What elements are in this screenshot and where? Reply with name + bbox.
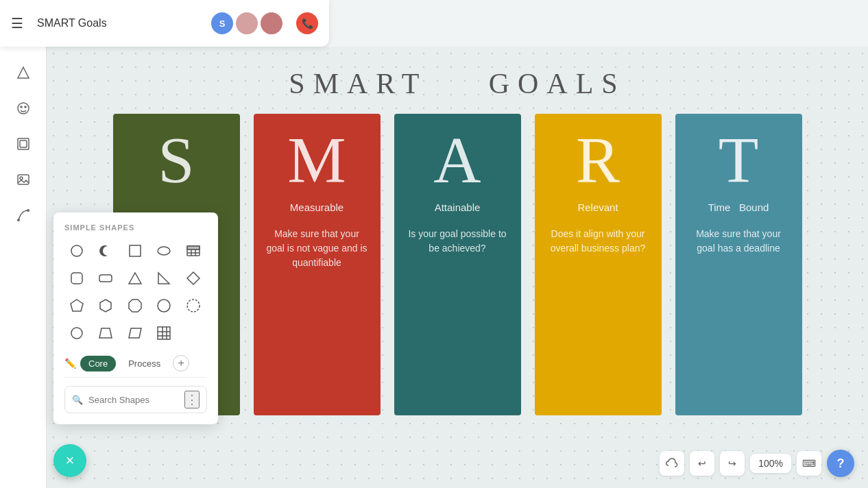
svg-rect-24 (71, 273, 82, 284)
avatar-1: S (211, 12, 233, 34)
panel-tabs: ✏️ Core Process + (64, 355, 207, 378)
svg-point-13 (27, 209, 29, 212)
cloud-save-button[interactable] (660, 451, 684, 476)
svg-point-2 (267, 16, 276, 25)
shape-circle2[interactable] (64, 321, 89, 345)
svg-point-16 (158, 247, 170, 255)
menu-icon: ☰ (11, 16, 23, 31)
smart-goals-title: SMART GOALS (289, 67, 625, 100)
card-r-letter: R (576, 127, 620, 193)
shape-right-triangle[interactable] (152, 266, 176, 291)
shape-circle[interactable] (64, 239, 89, 263)
add-tab-button[interactable]: + (173, 355, 189, 371)
card-a-subtitle: Attainable (435, 202, 481, 213)
svg-marker-35 (99, 328, 112, 338)
svg-marker-29 (71, 300, 83, 311)
svg-point-3 (263, 26, 280, 34)
menu-button[interactable]: ☰ (11, 15, 23, 32)
card-t-body: Make sure that your goal has a deadline (675, 227, 802, 256)
undo-button[interactable]: ↩ (690, 451, 714, 476)
tab-pen-icon[interactable]: ✏️ (64, 358, 76, 369)
svg-point-1 (239, 26, 255, 34)
svg-marker-30 (100, 300, 111, 312)
bottom-controls: ↩ ↪ 100% ⌨ ? (660, 450, 854, 477)
svg-point-34 (71, 328, 82, 339)
shapes-section-title: SIMPLE SHAPES (64, 223, 207, 232)
svg-point-7 (25, 106, 26, 108)
fab-button[interactable]: × (53, 444, 86, 477)
shape-diamond[interactable] (181, 266, 206, 291)
zoom-display: 100% (750, 454, 791, 473)
svg-marker-26 (129, 273, 141, 284)
sidebar-sticker-button[interactable] (8, 93, 38, 123)
shape-square[interactable] (123, 239, 147, 263)
shapes-grid (64, 239, 207, 345)
svg-rect-15 (130, 245, 141, 256)
svg-point-6 (21, 106, 22, 108)
card-s-letter: S (158, 127, 194, 193)
card-r: R Relevant Does it align with your overa… (535, 114, 662, 415)
svg-marker-27 (158, 273, 169, 284)
redo-button[interactable]: ↪ (720, 451, 745, 476)
sidebar-path-button[interactable] (8, 200, 38, 230)
sidebar-shapes-button[interactable] (8, 58, 38, 88)
shape-circle-outline[interactable] (181, 293, 206, 318)
shape-ellipse[interactable] (152, 239, 176, 263)
svg-marker-4 (18, 67, 29, 78)
svg-point-14 (71, 245, 82, 256)
svg-rect-37 (158, 327, 170, 339)
card-m: M Measurable Make sure that your goal is… (254, 114, 381, 415)
help-button[interactable]: ? (827, 450, 854, 477)
svg-point-12 (17, 219, 20, 221)
card-a-letter: A (433, 127, 481, 193)
sidebar-image-button[interactable] (8, 164, 38, 195)
document-title: SMART Goals (37, 17, 197, 29)
card-r-body: Does it align with your overall business… (535, 227, 662, 256)
tab-core[interactable]: Core (80, 356, 116, 371)
svg-rect-10 (18, 175, 29, 184)
svg-point-11 (20, 177, 23, 180)
sidebar (0, 47, 47, 488)
shape-trapezoid[interactable] (93, 321, 118, 345)
card-m-letter: M (287, 127, 346, 193)
search-icon: 🔍 (72, 395, 83, 405)
card-t-letter: T (719, 127, 759, 193)
shape-rounded-square[interactable] (64, 266, 89, 291)
keyboard-button[interactable]: ⌨ (797, 451, 821, 476)
svg-rect-25 (99, 275, 112, 282)
shape-triangle[interactable] (123, 266, 147, 291)
card-m-subtitle: Measurable (290, 202, 343, 213)
shape-grid[interactable] (152, 321, 176, 345)
shape-table[interactable] (181, 239, 206, 263)
card-t-subtitle: Time Bound (708, 202, 769, 213)
sidebar-frame-button[interactable] (8, 129, 38, 159)
shape-rounded-rect[interactable] (93, 266, 118, 291)
svg-point-33 (187, 300, 200, 312)
card-a: A Attainable Is your goal possible to be… (394, 114, 521, 415)
svg-marker-31 (129, 300, 141, 312)
avatar-2 (236, 12, 258, 34)
avatar-group: S (211, 12, 282, 34)
search-input[interactable] (88, 395, 179, 405)
svg-marker-28 (187, 272, 200, 284)
topbar: ☰ SMART Goals S 📞 (0, 0, 329, 47)
shape-parallelogram[interactable] (123, 321, 147, 345)
shape-crescent[interactable] (93, 239, 118, 263)
shapes-panel: SIMPLE SHAPES (53, 212, 218, 424)
shape-pentagon[interactable] (64, 293, 89, 318)
svg-rect-9 (20, 141, 27, 147)
more-options-button[interactable]: ⋮ (184, 391, 200, 408)
tab-process[interactable]: Process (120, 356, 169, 371)
svg-point-0 (242, 16, 252, 25)
card-a-body: Is your goal possible to be achieved? (394, 227, 521, 256)
card-m-body: Make sure that your goal is not vague an… (254, 227, 381, 270)
card-t: T Time Bound Make sure that your goal ha… (675, 114, 802, 415)
svg-marker-36 (129, 328, 141, 338)
shape-octagon[interactable] (123, 293, 147, 318)
shape-hexagon[interactable] (93, 293, 118, 318)
call-button[interactable]: 📞 (296, 12, 318, 34)
svg-point-32 (158, 300, 170, 312)
shape-search-bar: 🔍 ⋮ (64, 386, 207, 413)
shape-decagon[interactable] (152, 293, 176, 318)
avatar-3 (261, 12, 282, 34)
